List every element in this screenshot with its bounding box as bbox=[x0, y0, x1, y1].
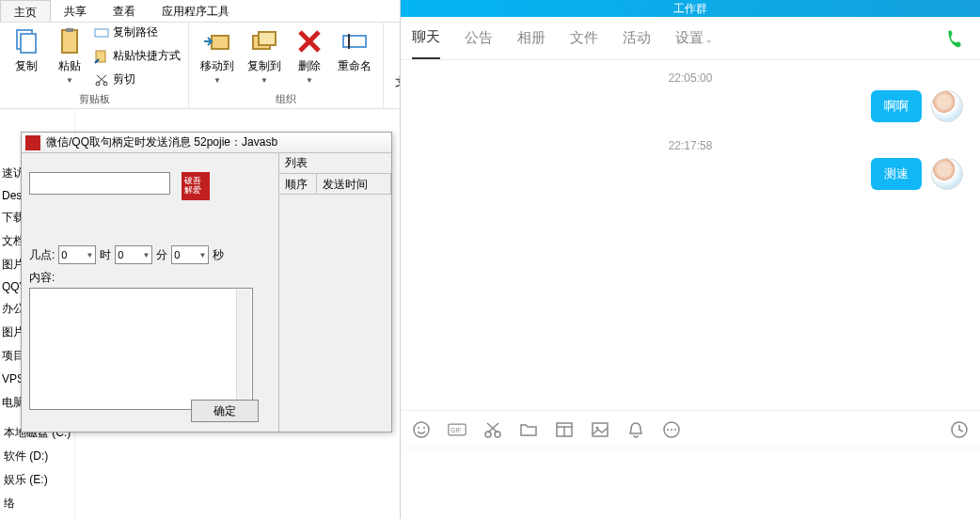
move-to-button[interactable]: 移动到 ▼ bbox=[197, 24, 238, 86]
content-label: 内容: bbox=[29, 270, 271, 286]
drive-item[interactable]: 软件 (D:) bbox=[0, 445, 74, 468]
logo-badge: 破吾解爱 bbox=[182, 172, 210, 200]
message-time: 22:05:00 bbox=[418, 71, 963, 85]
hour-unit: 时 bbox=[100, 247, 111, 263]
folder-icon[interactable] bbox=[519, 420, 538, 439]
hour-input[interactable]: 0▼ bbox=[58, 245, 96, 264]
ribbon-tab-home[interactable]: 主页 bbox=[0, 0, 51, 22]
chat-tab-chat[interactable]: 聊天 bbox=[412, 17, 440, 59]
second-unit: 秒 bbox=[213, 247, 224, 263]
copy-button[interactable]: 复制 bbox=[8, 24, 45, 76]
paste-label: 粘贴 bbox=[58, 58, 81, 74]
chevron-down-icon: ▼ bbox=[86, 251, 95, 260]
ribbon-tab-share[interactable]: 共享 bbox=[51, 0, 100, 22]
svg-point-26 bbox=[674, 429, 676, 431]
scissors-icon[interactable] bbox=[483, 420, 502, 439]
rename-icon bbox=[340, 26, 370, 56]
col-order[interactable]: 顺序 bbox=[279, 174, 317, 194]
message-time: 22:17:58 bbox=[418, 139, 963, 152]
chevron-down-icon: ▼ bbox=[306, 76, 313, 85]
col-send-time[interactable]: 发送时间 bbox=[317, 174, 391, 194]
svg-rect-2 bbox=[62, 30, 77, 53]
history-icon[interactable] bbox=[950, 420, 969, 439]
message-bubble: 测速 bbox=[871, 158, 922, 190]
paste-shortcut-label: 粘贴快捷方式 bbox=[113, 48, 181, 64]
message-row: 啊啊 bbox=[418, 90, 963, 122]
content-textarea[interactable] bbox=[29, 288, 253, 410]
gif-icon[interactable]: GIF bbox=[448, 420, 466, 439]
svg-rect-10 bbox=[259, 32, 276, 45]
svg-text:GIF: GIF bbox=[450, 427, 461, 433]
chat-panel: 工作群 聊天 公告 相册 文件 活动 设置⌄ 22:05:00 啊啊 22:17… bbox=[400, 0, 980, 519]
chevron-down-icon: ▼ bbox=[261, 76, 268, 85]
shortcut-icon bbox=[94, 49, 109, 64]
rename-label: 重命名 bbox=[338, 58, 371, 74]
delete-icon bbox=[294, 26, 324, 56]
message-row: 测速 bbox=[418, 158, 963, 190]
drive-item[interactable]: 络 bbox=[0, 492, 74, 515]
chat-tab-settings[interactable]: 设置⌄ bbox=[675, 18, 713, 58]
copy-to-button[interactable]: 复制到 ▼ bbox=[244, 24, 285, 86]
avatar[interactable] bbox=[931, 90, 963, 122]
chevron-down-icon: ▼ bbox=[66, 76, 73, 85]
group-clipboard-label: 剪贴板 bbox=[8, 92, 181, 108]
chat-tab-activity[interactable]: 活动 bbox=[623, 18, 651, 58]
window-icon[interactable] bbox=[555, 420, 574, 439]
svg-point-24 bbox=[667, 429, 669, 431]
copy-icon bbox=[11, 26, 41, 56]
target-input[interactable] bbox=[29, 172, 170, 195]
chat-tab-notice[interactable]: 公告 bbox=[465, 18, 493, 58]
dialog-title: 微信/QQ取句柄定时发送消息 52pojie：Javasb bbox=[46, 134, 277, 150]
chevron-down-icon: ▼ bbox=[198, 251, 208, 260]
ribbon-tab-view[interactable]: 查看 bbox=[100, 0, 149, 22]
bell-icon[interactable] bbox=[626, 420, 645, 439]
scissors-icon bbox=[94, 72, 109, 87]
chevron-down-icon: ⌄ bbox=[705, 35, 713, 44]
svg-rect-1 bbox=[21, 34, 36, 53]
svg-point-14 bbox=[418, 427, 419, 429]
delete-button[interactable]: 删除 ▼ bbox=[291, 24, 328, 86]
chat-tabs: 聊天 公告 相册 文件 活动 设置⌄ bbox=[401, 17, 980, 60]
copy-to-icon bbox=[249, 26, 279, 56]
scrollbar[interactable] bbox=[236, 290, 251, 408]
time-label: 几点: bbox=[29, 247, 55, 263]
paste-icon bbox=[55, 26, 85, 56]
rename-button[interactable]: 重命名 bbox=[334, 24, 375, 76]
chat-toolbar: GIF bbox=[401, 410, 980, 448]
image-icon[interactable] bbox=[591, 420, 609, 439]
path-icon bbox=[94, 25, 109, 40]
second-input[interactable]: 0▼ bbox=[171, 245, 209, 264]
group-organize-label: 组织 bbox=[197, 92, 375, 108]
scheduler-dialog: 微信/QQ取句柄定时发送消息 52pojie：Javasb 破吾解爱 几点: 0… bbox=[21, 132, 392, 432]
ribbon-group-clipboard: 复制 粘贴 ▼ 复制路径 粘贴快捷方式 剪切 bbox=[0, 23, 189, 108]
move-to-icon bbox=[202, 26, 232, 56]
paste-button[interactable]: 粘贴 ▼ bbox=[51, 24, 88, 86]
more-icon[interactable] bbox=[662, 420, 681, 439]
message-bubble: 啊啊 bbox=[871, 90, 922, 122]
drive-list: 本地磁盘 (C:) 软件 (D:) 娱乐 (E:) 络 bbox=[0, 421, 74, 515]
minute-input[interactable]: 0▼ bbox=[115, 245, 152, 264]
svg-rect-4 bbox=[95, 29, 108, 37]
minute-unit: 分 bbox=[156, 247, 167, 263]
svg-rect-3 bbox=[66, 28, 73, 32]
paste-shortcut-button[interactable]: 粘贴快捷方式 bbox=[94, 48, 181, 64]
confirm-button[interactable]: 确定 bbox=[191, 400, 259, 422]
avatar[interactable] bbox=[931, 158, 963, 190]
move-to-label: 移动到 bbox=[200, 58, 234, 74]
chat-input-area[interactable] bbox=[401, 448, 980, 519]
drive-item[interactable]: 娱乐 (E:) bbox=[0, 468, 74, 492]
chat-tab-files[interactable]: 文件 bbox=[570, 18, 598, 58]
list-title: 列表 bbox=[279, 153, 391, 174]
emoji-icon[interactable] bbox=[412, 420, 431, 439]
cut-button[interactable]: 剪切 bbox=[94, 71, 181, 87]
app-icon bbox=[25, 135, 40, 150]
svg-point-22 bbox=[596, 426, 599, 429]
cut-label: 剪切 bbox=[113, 71, 135, 87]
svg-point-13 bbox=[414, 422, 429, 437]
svg-point-15 bbox=[423, 427, 425, 429]
ribbon-tab-app-tools[interactable]: 应用程序工具 bbox=[149, 0, 243, 22]
call-icon[interactable] bbox=[944, 28, 965, 49]
chat-tab-album[interactable]: 相册 bbox=[517, 18, 545, 58]
copy-path-button[interactable]: 复制路径 bbox=[94, 24, 181, 40]
dialog-titlebar[interactable]: 微信/QQ取句柄定时发送消息 52pojie：Javasb bbox=[22, 133, 391, 153]
